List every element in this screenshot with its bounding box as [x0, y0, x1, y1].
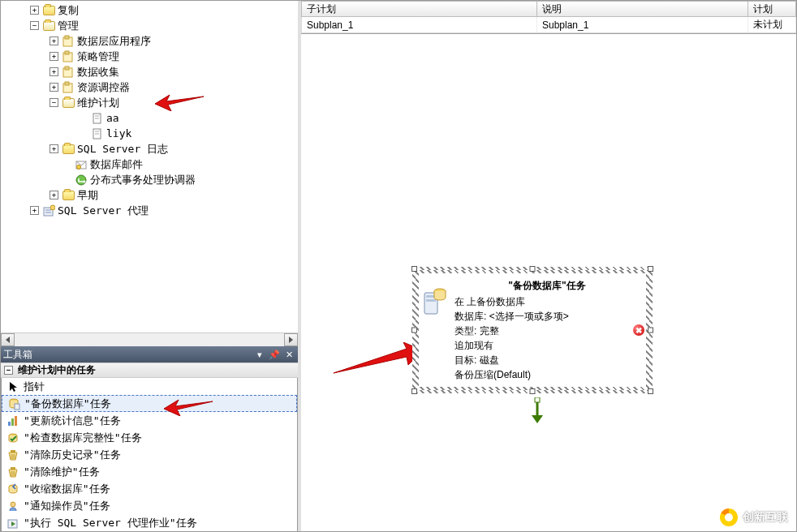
task-line: 数据库: <选择一项或多项>: [455, 309, 640, 324]
flow-connector-icon[interactable]: [530, 397, 545, 427]
job-icon: [6, 517, 19, 530]
grid-cell-schedule[interactable]: 未计划: [748, 17, 796, 32]
toolbox-group-header[interactable]: − 维护计划中的任务: [1, 363, 298, 378]
expand-icon[interactable]: +: [30, 206, 39, 215]
expand-icon[interactable]: +: [50, 83, 58, 92]
tree-label: aa: [106, 110, 119, 126]
tree-node[interactable]: +SQL Server 代理: [4, 203, 298, 218]
tree-label: 资源调控器: [77, 79, 130, 95]
tree-label: 数据层应用程序: [77, 33, 151, 49]
generic-icon: [62, 50, 75, 63]
toolbox-item[interactable]: "执行 SQL Server 代理作业"任务: [2, 514, 297, 531]
toolbox-item[interactable]: "收缩数据库"任务: [2, 480, 297, 497]
tree-node[interactable]: +SQL Server 日志: [4, 141, 298, 157]
svg-rect-27: [15, 404, 19, 410]
task-line: 在 上备份数据库: [455, 294, 640, 309]
expand-icon[interactable]: +: [50, 52, 58, 61]
object-explorer-tree[interactable]: +复制−管理+数据层应用程序+策略管理+数据收集+资源调控器−维护计划aaliy…: [1, 1, 298, 332]
toolbox-item[interactable]: "清除历史记录"任务: [2, 446, 297, 463]
folder-open-icon: [42, 19, 55, 32]
clean-icon: [6, 466, 19, 478]
collapse-icon[interactable]: −: [4, 366, 13, 375]
tree-node[interactable]: aa: [4, 110, 298, 126]
annotation-arrow-icon: [334, 342, 423, 378]
pointer-icon: [6, 380, 19, 393]
toolbox-item[interactable]: "更新统计信息"任务: [2, 412, 297, 429]
tree-label: 数据收集: [77, 64, 119, 79]
toolbox-item[interactable]: "通知操作员"任务: [2, 497, 297, 514]
scroll-left-button[interactable]: [1, 333, 15, 346]
clean-icon: [6, 448, 19, 461]
agent-icon: [42, 204, 55, 217]
tree-horizontal-scrollbar[interactable]: [1, 332, 298, 346]
task-line: 追加现有: [455, 338, 640, 353]
svg-rect-5: [65, 66, 69, 70]
tree-node[interactable]: +早期: [4, 187, 298, 203]
toolbox-group-title: 维护计划中的任务: [18, 363, 96, 377]
tree-label: 数据库邮件: [90, 157, 143, 172]
tree-node[interactable]: 分布式事务处理协调器: [4, 172, 298, 187]
grid-header-schedule[interactable]: 计划: [748, 2, 796, 16]
tree-node[interactable]: 数据库邮件: [4, 157, 298, 172]
expand-icon[interactable]: +: [50, 191, 58, 200]
collapse-icon[interactable]: −: [50, 98, 58, 107]
grid-header-subplan[interactable]: 子计划: [302, 2, 537, 16]
svg-point-44: [11, 502, 15, 507]
toolbox-item-label: "通知操作员"任务: [24, 499, 110, 513]
grid-cell-subplan[interactable]: Subplan_1: [302, 17, 537, 32]
tree-label: SQL Server 代理: [58, 203, 149, 218]
toolbox-item-label: "清除维护"任务: [24, 465, 100, 479]
svg-marker-53: [532, 415, 543, 423]
expand-icon[interactable]: +: [30, 6, 39, 15]
svg-rect-22: [45, 209, 51, 211]
toolbox-item[interactable]: "备份数据库"任务: [2, 395, 297, 412]
tree-node[interactable]: −维护计划: [4, 95, 298, 110]
toolbox-item[interactable]: 指针: [2, 378, 297, 395]
notify-icon: [6, 500, 19, 513]
toolbox-item[interactable]: "清除维护"任务: [2, 463, 297, 480]
folder-closed-icon: [62, 189, 75, 202]
scroll-track[interactable]: [15, 333, 284, 346]
tree-label: 复制: [58, 2, 79, 18]
error-badge-icon: ✖: [633, 324, 644, 336]
toolbox-item-label: "备份数据库"任务: [24, 397, 111, 411]
collapse-icon[interactable]: −: [30, 21, 39, 30]
toolbox-header: 工具箱 ▾ 📌 ✕: [1, 346, 298, 363]
expand-icon[interactable]: +: [50, 67, 58, 76]
grid-header-description[interactable]: 说明: [537, 2, 748, 16]
grid-row[interactable]: Subplan_1 Subplan_1 未计划: [301, 17, 796, 33]
toolbox-dropdown-button[interactable]: ▾: [253, 349, 266, 360]
expand-icon[interactable]: +: [50, 144, 58, 153]
folder-closed-icon: [42, 4, 55, 17]
toolbox-item[interactable]: "检查数据库完整性"任务: [2, 429, 297, 446]
tree-node[interactable]: −管理: [4, 18, 298, 33]
svg-marker-47: [334, 342, 423, 373]
dtc-icon: [75, 174, 88, 187]
svg-rect-3: [65, 51, 69, 54]
designer-canvas[interactable]: "备份数据库"任务 在 上备份数据库 数据库: <选择一项或多项> 类型: 完整…: [301, 34, 796, 531]
toolbox-item-label: "检查数据库完整性"任务: [24, 431, 142, 445]
tree-node[interactable]: +复制: [4, 2, 298, 18]
scroll-right-button[interactable]: [284, 333, 298, 346]
toolbox-item-label: "收缩数据库"任务: [24, 482, 110, 496]
check-icon: [6, 431, 19, 444]
expand-icon[interactable]: +: [50, 36, 58, 45]
generic-icon: [62, 35, 75, 48]
toolbox-pin-button[interactable]: 📌: [268, 349, 281, 360]
toolbox-title: 工具箱: [3, 348, 32, 362]
toolbox-item-label: 指针: [24, 380, 45, 394]
tree-node[interactable]: +策略管理: [4, 49, 298, 64]
tree-node[interactable]: liyk: [4, 126, 298, 141]
toolbox-close-button[interactable]: ✕: [282, 349, 295, 360]
mail-icon: [75, 158, 88, 171]
doc-icon: [91, 112, 104, 125]
folder-closed-icon: [62, 143, 75, 156]
tree-node[interactable]: +资源调控器: [4, 79, 298, 95]
grid-cell-description[interactable]: Subplan_1: [537, 17, 748, 32]
svg-rect-29: [8, 422, 11, 426]
backup-database-task-node[interactable]: "备份数据库"任务 在 上备份数据库 数据库: <选择一项或多项> 类型: 完整…: [415, 269, 650, 391]
tree-label: 维护计划: [77, 95, 119, 110]
tree-node[interactable]: +数据层应用程序: [4, 33, 298, 49]
tree-node[interactable]: +数据收集: [4, 64, 298, 79]
generic-icon: [62, 81, 75, 94]
